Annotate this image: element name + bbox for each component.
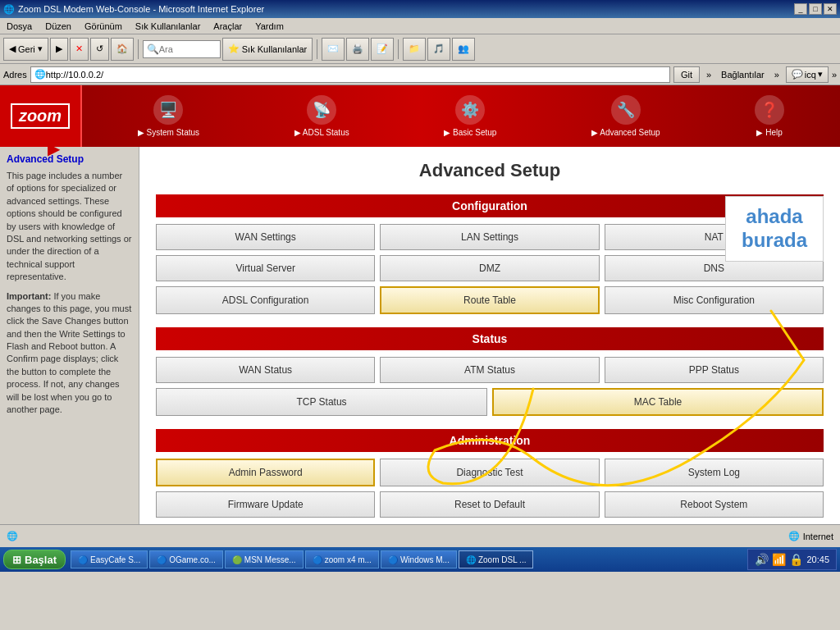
menu-favorites[interactable]: Sık Kullanılanlar <box>132 20 204 33</box>
logo-text: zoom <box>11 103 70 129</box>
close-button[interactable]: ✕ <box>824 3 837 15</box>
forward-button[interactable]: ▶ <box>50 38 68 61</box>
dmz-button[interactable]: DMZ <box>380 255 599 281</box>
status-row-2: TCP Status MAC Table <box>156 388 824 416</box>
nav-system-status[interactable]: 🖥️ ▶ System Status <box>138 95 199 137</box>
windows-label: Windows M... <box>400 555 450 564</box>
people-button[interactable]: 👥 <box>452 38 475 61</box>
print-button[interactable]: 🖨️ <box>346 38 369 61</box>
system-log-button[interactable]: System Log <box>605 459 824 486</box>
status-right: 🌐 Internet <box>788 531 833 541</box>
stop-icon: ✕ <box>75 43 83 54</box>
refresh-button[interactable]: ↺ <box>90 38 109 61</box>
taskbar-time: 20:45 <box>806 555 829 564</box>
ogame-label: OGame.co... <box>169 555 216 564</box>
maximize-button[interactable]: □ <box>809 3 822 15</box>
icq-dropdown: ▾ <box>818 69 823 80</box>
wan-settings-button[interactable]: WAN Settings <box>156 224 375 250</box>
back-label: Geri <box>18 44 35 54</box>
folder-button[interactable]: 📁 <box>403 38 426 61</box>
address-label: Adres <box>3 70 27 80</box>
annotation-text: ahadaburada <box>742 205 807 253</box>
status-section: Status WAN Status ATM Status PPP Status … <box>156 327 824 416</box>
search-icon: 🔍 <box>147 43 159 55</box>
wan-status-button[interactable]: WAN Status <box>156 357 375 383</box>
address-input[interactable] <box>46 70 666 80</box>
taskbar-zoom[interactable]: 🔵 zoom x4 m... <box>305 550 379 568</box>
reset-to-default-button[interactable]: Reset to Default <box>380 491 599 518</box>
nav-help[interactable]: ❓ ▶ Help <box>755 95 784 137</box>
reboot-system-button[interactable]: Reboot System <box>605 491 824 518</box>
favorites-label: Sık Kullanılanlar <box>242 44 308 54</box>
taskbar-easycafe[interactable]: 🔵 EasyCafe S... <box>71 550 148 568</box>
menu-gorunum[interactable]: Görünüm <box>81 20 126 33</box>
home-icon: 🏠 <box>116 43 128 54</box>
admin-password-button[interactable]: Admin Password <box>156 459 375 486</box>
virtual-server-button[interactable]: Virtual Server <box>156 255 375 281</box>
status-header: Status <box>156 327 824 350</box>
lan-settings-button[interactable]: LAN Settings <box>380 224 599 250</box>
nav-basic-setup[interactable]: ⚙️ ▶ Basic Setup <box>444 95 496 137</box>
menu-help[interactable]: Yardım <box>252 20 287 33</box>
diagnostic-test-button[interactable]: Diagnostic Test <box>380 459 599 486</box>
back-button[interactable]: ◀ Geri ▾ <box>3 38 48 61</box>
important-text: If you make changes to this page, you mu… <box>7 291 131 415</box>
msn-icon: 🟢 <box>232 555 242 564</box>
stop-button[interactable]: ✕ <box>70 38 89 61</box>
main-layout: ▶ Advanced Setup This page includes a nu… <box>0 147 840 524</box>
icq-button[interactable]: 💬 icq ▾ <box>786 66 829 83</box>
sidebar: ▶ Advanced Setup This page includes a nu… <box>0 147 139 524</box>
address-input-wrap[interactable]: 🌐 <box>30 66 670 83</box>
page-title: Advanced Setup <box>156 160 824 181</box>
taskbar-windows[interactable]: 🔵 Windows M... <box>381 550 457 568</box>
minimize-button[interactable]: _ <box>794 3 807 15</box>
mail-icon: ✉️ <box>327 43 339 54</box>
misc-configuration-button[interactable]: Misc Configuration <box>605 286 824 314</box>
mac-table-button[interactable]: MAC Table <box>492 388 824 416</box>
title-bar-left: 🌐 Zoom DSL Modem Web-Console - Microsoft… <box>3 4 264 15</box>
advanced-setup-label: ▶ Advanced Setup <box>591 128 660 137</box>
address-separator: » <box>771 70 783 80</box>
separator-3 <box>398 39 399 59</box>
route-table-button[interactable]: Route Table <box>380 286 599 314</box>
sidebar-arrow: ▶ <box>48 147 60 158</box>
menu-duzen[interactable]: Düzen <box>42 20 75 33</box>
nav-adsl-status[interactable]: 📡 ▶ ADSL Status <box>294 95 349 137</box>
links-label: » <box>703 70 714 80</box>
edit-button[interactable]: 📝 <box>371 38 394 61</box>
search-input[interactable] <box>159 44 217 54</box>
basic-setup-icon: ⚙️ <box>455 95 485 125</box>
home-button[interactable]: 🏠 <box>111 38 134 61</box>
menu-tools[interactable]: Araçlar <box>210 20 245 33</box>
firmware-update-button[interactable]: Firmware Update <box>156 491 375 518</box>
internet-icon: 🌐 <box>788 531 800 541</box>
media-button[interactable]: 🎵 <box>427 38 450 61</box>
forward-icon: ▶ <box>56 43 62 54</box>
tray-icon-2: 📶 <box>772 553 786 566</box>
mail-button[interactable]: ✉️ <box>322 38 345 61</box>
adsl-configuration-button[interactable]: ADSL Configuration <box>156 286 375 314</box>
tray-icon-3: 🔒 <box>789 553 803 566</box>
search-box[interactable]: 🔍 <box>143 40 221 58</box>
annotation-box: ahadaburada <box>725 196 824 262</box>
start-button[interactable]: ⊞ Başlat <box>3 550 66 569</box>
window-controls[interactable]: _ □ ✕ <box>794 3 837 15</box>
advanced-setup-icon: 🔧 <box>611 95 641 125</box>
sidebar-title: Advanced Setup <box>7 153 132 165</box>
nav-advanced-setup[interactable]: 🔧 ▶ Advanced Setup <box>591 95 660 137</box>
favorites-button[interactable]: ⭐ Sık Kullanılanlar <box>222 38 313 61</box>
taskbar-msn[interactable]: 🟢 MSN Messe... <box>225 550 304 568</box>
taskbar-ogame[interactable]: 🔵 OGame.co... <box>149 550 223 568</box>
windows-icon: ⊞ <box>12 554 21 566</box>
status-icon: 🌐 <box>7 531 18 541</box>
system-status-icon: 🖥️ <box>153 95 183 125</box>
ppp-status-button[interactable]: PPP Status <box>605 357 824 383</box>
atm-status-button[interactable]: ATM Status <box>380 357 599 383</box>
go-button[interactable]: Git <box>673 66 700 83</box>
zoomdsl-label: Zoom DSL ... <box>478 555 527 564</box>
tcp-status-button[interactable]: TCP Status <box>156 388 487 416</box>
menu-dosya[interactable]: Dosya <box>3 20 35 33</box>
configuration-section: Configuration WAN Settings LAN Settings … <box>156 194 824 314</box>
star-icon: ⭐ <box>228 43 240 54</box>
taskbar-zoomdsl[interactable]: 🌐 Zoom DSL ... <box>459 550 534 568</box>
